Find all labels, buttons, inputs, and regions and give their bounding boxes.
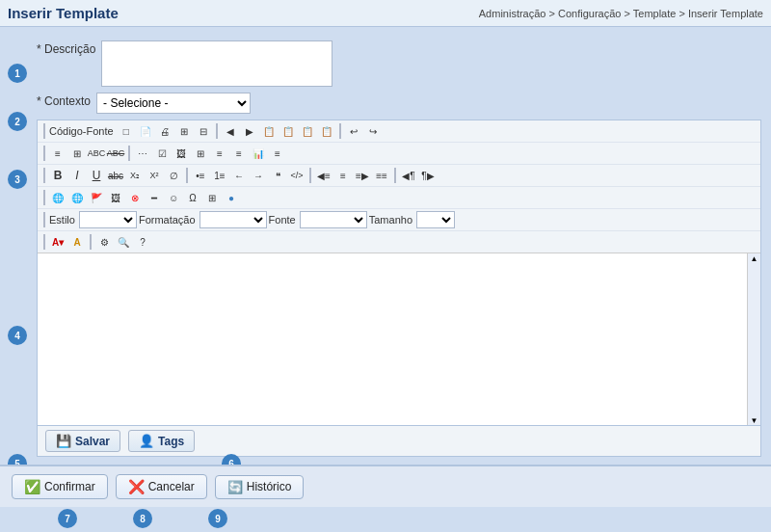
tb-btn-blockquote[interactable]: ❝: [269, 167, 286, 184]
tb-btn-template[interactable]: ⊟: [195, 122, 212, 140]
tb-btn-image[interactable]: 🖼: [107, 189, 124, 206]
tb-btn-paste3[interactable]: 📋: [299, 122, 316, 140]
tb-btn-globe1[interactable]: 🌐: [49, 189, 66, 206]
tb-btn-ltr[interactable]: ¶▶: [419, 167, 437, 184]
tb-btn-copy[interactable]: 📄: [137, 122, 154, 140]
tb-btn-print[interactable]: 🖨: [156, 122, 173, 140]
indicator-3: 3: [8, 170, 27, 189]
toolbar-row-1: Código-Fonte □ 📄 🖨 ⊞ ⊟ ◀ ▶ 📋 📋 📋 📋: [38, 120, 760, 143]
tb-btn-r2-abcstrike[interactable]: ABC: [107, 145, 124, 162]
tb-btn-source[interactable]: □: [118, 122, 135, 140]
form-area: * Descrição * Contexto - Selecione - Cód…: [37, 27, 771, 465]
tb-btn-strike[interactable]: abc: [107, 167, 124, 184]
tb-btn-underline[interactable]: U: [88, 167, 105, 184]
tb-btn-r2-img[interactable]: 🖼: [173, 145, 190, 162]
tb-btn-r2-2[interactable]: ⊞: [68, 145, 86, 162]
contexto-select[interactable]: - Selecione -: [96, 93, 251, 114]
tb-btn-hr[interactable]: ━: [146, 189, 163, 206]
scrollbar[interactable]: ▲ ▼: [747, 253, 760, 425]
tb-btn-sub[interactable]: X₂: [126, 167, 144, 184]
tb-btn-r2-check[interactable]: ☑: [153, 145, 171, 162]
tb-btn-grid[interactable]: ⊞: [175, 122, 193, 140]
tb-btn-r2-tbl[interactable]: ⊞: [192, 145, 209, 162]
toolbar-row-2: ≡ ⊞ ABC ABC ⋯ ☑ 🖼 ⊞ ≡ ≡ 📊 ≡: [38, 143, 760, 165]
tb-btn-italic[interactable]: I: [68, 167, 86, 184]
confirmar-button[interactable]: ✅ Confirmar: [12, 474, 108, 499]
tb-btn-r2-dots[interactable]: ⋯: [134, 145, 151, 162]
sep3: [309, 168, 311, 183]
sep: [43, 212, 45, 227]
salvar-button[interactable]: 💾 Salvar: [45, 430, 120, 452]
tb-btn-styles[interactable]: ⚙: [95, 233, 113, 251]
tb-btn-ajustify[interactable]: ≡≡: [373, 167, 390, 184]
tb-btn-redo[interactable]: ↪: [364, 122, 382, 140]
historico-button[interactable]: 🔄 Histórico: [215, 475, 305, 499]
tb-btn-bold[interactable]: B: [49, 167, 66, 184]
tb-btn-special[interactable]: Ω: [184, 189, 201, 206]
save-icon: 💾: [56, 434, 71, 448]
formatacao-label: Formatação: [139, 214, 196, 226]
fonte-select[interactable]: [300, 211, 367, 228]
bottom-bar: ✅ Confirmar ❌ Cancelar 🔄 Histórico: [0, 465, 771, 507]
historico-label: Histórico: [247, 480, 292, 493]
tb-btn-aleft[interactable]: ◀≡: [315, 167, 332, 184]
tb-btn-globe2[interactable]: 🌐: [68, 189, 86, 206]
sep: [43, 146, 45, 161]
tb-btn-find[interactable]: 🔍: [115, 233, 132, 251]
tb-btn-smile[interactable]: ☺: [165, 189, 182, 206]
tags-button[interactable]: 👤 Tags: [128, 430, 195, 452]
tb-btn-paste1[interactable]: 📋: [260, 122, 278, 140]
tb-btn-undo[interactable]: ↩: [345, 122, 362, 140]
tb-btn-sup[interactable]: X²: [146, 167, 163, 184]
descricao-input[interactable]: [101, 40, 332, 87]
page-title: Inserir Template: [8, 5, 119, 21]
tb-btn-r2-abc[interactable]: ABC: [88, 145, 105, 162]
codigo-fonte-label: Código-Fonte: [49, 125, 114, 137]
tb-btn-paste2[interactable]: 📋: [279, 122, 297, 140]
tb-btn-prev[interactable]: ◀: [222, 122, 239, 140]
tb-btn-flash[interactable]: ⊗: [126, 189, 144, 206]
tb-btn-outdent[interactable]: ←: [230, 167, 248, 184]
tb-btn-aright[interactable]: ≡▶: [354, 167, 371, 184]
tb-btn-r2-chart[interactable]: 📊: [250, 145, 267, 162]
estilo-select[interactable]: [79, 211, 137, 228]
breadcrumb-bar: Inserir Template Administração > Configu…: [0, 0, 771, 27]
scroll-up[interactable]: ▲: [749, 253, 760, 263]
sep2: [216, 123, 218, 139]
tb-btn-iframe[interactable]: ⊞: [203, 189, 221, 206]
tb-btn-help[interactable]: ?: [134, 233, 151, 251]
tb-btn-bgcolor[interactable]: A: [68, 233, 86, 251]
tb-btn-div[interactable]: </>: [288, 167, 306, 184]
cancelar-button[interactable]: ❌ Cancelar: [116, 474, 207, 499]
tb-btn-next[interactable]: ▶: [241, 122, 258, 140]
editor-body[interactable]: [38, 253, 747, 425]
toolbar-row-4: 🌐 🌐 🚩 🖼 ⊗ ━ ☺ Ω ⊞ ●: [38, 187, 760, 209]
sep2: [90, 234, 92, 250]
scroll-down[interactable]: ▼: [749, 415, 760, 425]
tb-btn-r2-col[interactable]: ≡: [211, 145, 228, 162]
bottom-actions: ✅ Confirmar ❌ Cancelar 🔄 Histórico: [12, 474, 304, 499]
formatacao-select[interactable]: [199, 211, 267, 228]
confirm-icon: ✅: [24, 479, 40, 494]
tb-btn-r2-bar[interactable]: ≡: [230, 145, 248, 162]
tb-btn-r2-1[interactable]: ≡: [49, 145, 66, 162]
tb-btn-acenter[interactable]: ≡: [334, 167, 352, 184]
tb-btn-ul[interactable]: •≡: [192, 167, 209, 184]
tb-btn-dot[interactable]: ●: [223, 189, 240, 206]
tb-btn-indent[interactable]: →: [250, 167, 267, 184]
tags-label: Tags: [158, 435, 184, 448]
indicator-2: 2: [8, 112, 27, 131]
bottom-indicators: 7 8 9: [0, 509, 227, 528]
bottom-indicators-row: 7 8 9: [0, 507, 771, 532]
editor-bottom-bar: 💾 Salvar 👤 Tags: [38, 425, 760, 456]
tb-btn-rtl[interactable]: ◀¶: [400, 167, 417, 184]
tb-btn-ol[interactable]: 1≡: [211, 167, 228, 184]
fonte-label: Fonte: [269, 214, 296, 226]
sep: [43, 234, 45, 250]
tb-btn-flag[interactable]: 🚩: [88, 189, 105, 206]
tb-btn-r2-more[interactable]: ≡: [269, 145, 286, 162]
tamanho-select[interactable]: [416, 211, 455, 228]
tb-btn-paste4[interactable]: 📋: [318, 122, 335, 140]
tb-btn-clear[interactable]: ∅: [165, 167, 182, 184]
tb-btn-fgcolor[interactable]: A▾: [49, 233, 66, 251]
